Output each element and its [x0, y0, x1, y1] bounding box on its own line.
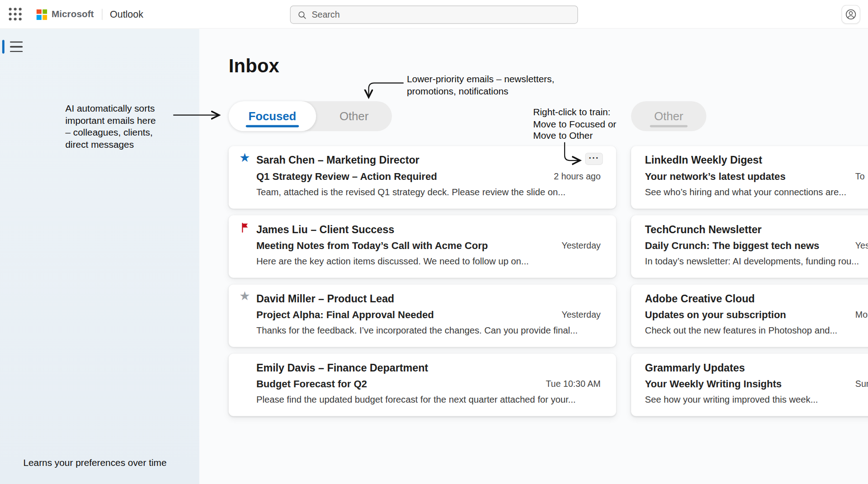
email-sender: TechCrunch Newsletter — [645, 224, 762, 236]
more-options-button[interactable]: ··· — [585, 153, 603, 165]
search-icon — [297, 9, 307, 19]
email-subject: Your network’s latest updates — [645, 171, 786, 183]
annotation-right-click-train: Right-click to train: Move to Focused or… — [533, 106, 632, 142]
email-preview: See how your writing improved this week.… — [645, 395, 818, 405]
email-time: Mor — [855, 310, 868, 320]
tab-focused[interactable]: Focused — [229, 101, 316, 131]
email-time: Yesterday — [561, 310, 600, 320]
email-time: To — [855, 172, 865, 182]
email-sender: Adobe Creative Cloud — [645, 293, 755, 305]
email-preview: Team, attached is the revised Q1 strateg… — [256, 187, 566, 197]
email-card-techcrunch[interactable]: TechCrunch Newsletter Daily Crunch: The … — [631, 215, 868, 277]
email-card-linkedin[interactable]: LinkedIn Weekly Digest Your network’s la… — [631, 146, 868, 208]
email-card-james-liu[interactable]: James Liu – Client Success Meeting Notes… — [229, 215, 616, 277]
left-sidebar — [0, 29, 199, 484]
tab-other[interactable]: Other — [316, 101, 392, 131]
nav-selection-accent — [2, 40, 5, 54]
email-subject: Your Weekly Writing Insights — [645, 379, 782, 390]
tab-focused-underline — [246, 125, 299, 127]
annotation-other-explainer: Lower-priority emails – newsletters, pro… — [407, 74, 573, 98]
email-sender: Sarah Chen – Marketing Director — [256, 155, 420, 167]
other-panel-tab-underline — [650, 125, 688, 127]
email-sender: Emily Davis – Finance Department — [256, 362, 428, 374]
brand-divider — [102, 9, 102, 20]
email-sender: James Liu – Client Success — [256, 224, 394, 236]
email-card-david-miller[interactable]: ★ David Miller – Product Lead Project Al… — [229, 284, 616, 347]
brand-name: Microsoft — [52, 9, 94, 20]
tab-focused-label: Focused — [249, 109, 297, 122]
email-preview: Thanks for the feedback. I’ve incorporat… — [256, 325, 578, 336]
search-input[interactable] — [311, 9, 571, 19]
brand-row: Microsoft Outlook — [37, 0, 143, 29]
email-sender: LinkedIn Weekly Digest — [645, 155, 762, 167]
email-preview: In today’s newsletter: AI developments, … — [645, 256, 859, 267]
email-time: Yest — [855, 241, 868, 251]
other-panel-tab[interactable]: Other — [631, 101, 707, 131]
email-preview: Please find the updated budget forecast … — [256, 395, 576, 405]
star-icon[interactable]: ★ — [238, 289, 251, 302]
email-card-sarah-chen[interactable]: ★ Sarah Chen – Marketing Director ··· Q1… — [229, 146, 616, 208]
tab-other-label: Other — [340, 109, 368, 122]
email-preview: See who’s hiring and what your connectio… — [645, 187, 847, 197]
email-sender: David Miller – Product Lead — [256, 293, 394, 305]
email-subject: Q1 Strategy Review – Action Required — [256, 171, 437, 183]
email-card-emily-davis[interactable]: Emily Davis – Finance Department Budget … — [229, 353, 616, 416]
account-button[interactable] — [841, 5, 860, 24]
email-subject: Meeting Notes from Today’s Call with Acm… — [256, 240, 488, 252]
star-icon[interactable]: ★ — [238, 151, 251, 164]
hamburger-menu-icon[interactable] — [10, 42, 23, 52]
email-time: Tue 10:30 AM — [546, 379, 600, 389]
inbox-tabs: Focused Other — [229, 101, 392, 131]
email-time: Yesterday — [561, 241, 600, 251]
email-subject: Updates on your subscription — [645, 309, 786, 321]
email-sender: Grammarly Updates — [645, 362, 745, 374]
outlook-window: Microsoft Outlook AI automatically sorts… — [0, 0, 868, 484]
top-bar: Microsoft Outlook — [0, 0, 868, 29]
annotation-focused-explainer: AI automatically sorts important emails … — [65, 103, 181, 150]
other-panel-tab-label: Other — [654, 109, 683, 122]
email-card-grammarly[interactable]: Grammarly Updates Your Weekly Writing In… — [631, 353, 868, 416]
page-title: Inbox — [229, 55, 279, 77]
email-time: Sun — [855, 379, 868, 389]
email-subject: Daily Crunch: The biggest tech news — [645, 240, 820, 252]
email-subject: Budget Forecast for Q2 — [256, 379, 367, 390]
person-icon — [845, 8, 857, 20]
app-launcher-icon[interactable] — [9, 8, 22, 21]
email-preview: Here are the key action items discussed.… — [256, 256, 529, 267]
email-card-adobe[interactable]: Adobe Creative Cloud Updates on your sub… — [631, 284, 868, 347]
app-name: Outlook — [110, 9, 143, 20]
email-preview: Check out the new features in Photoshop … — [645, 325, 838, 336]
search-bar[interactable] — [290, 5, 578, 23]
annotation-learns-over-time: Learns your preferences over time — [23, 457, 166, 469]
email-subject: Project Alpha: Final Approval Needed — [256, 309, 434, 321]
email-time: 2 hours ago — [554, 172, 600, 182]
microsoft-logo-icon — [37, 9, 47, 19]
flag-icon[interactable] — [240, 222, 250, 233]
